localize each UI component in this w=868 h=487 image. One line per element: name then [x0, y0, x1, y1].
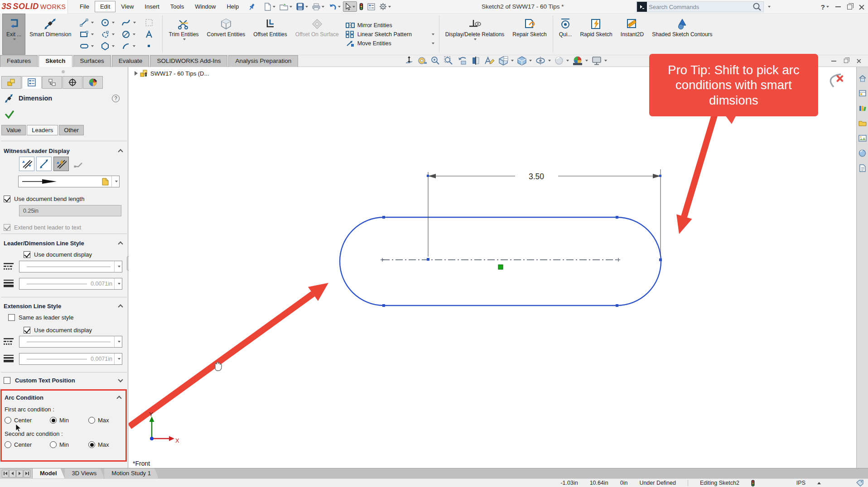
extension-use-document-display-checkbox[interactable] — [24, 327, 30, 334]
graphics-area[interactable]: 3.50 — [129, 67, 856, 468]
convert-entities-button[interactable]: Convert Entities — [203, 14, 250, 55]
spline-tool-caret[interactable] — [133, 22, 136, 24]
zoom-to-selection-button[interactable] — [444, 56, 453, 66]
mirror-entities-button[interactable]: Mirror Entities — [346, 22, 434, 29]
shaded-sketch-contours-button[interactable]: Shaded Sketch Contours — [648, 14, 716, 55]
rebuild-button[interactable] — [357, 1, 365, 12]
exit-sketch-button[interactable]: Exit ... — [2, 14, 25, 55]
view-settings-button[interactable] — [591, 56, 607, 66]
extension-line-style-caret[interactable] — [114, 336, 122, 347]
file-properties-button[interactable] — [366, 2, 377, 12]
leader-use-document-display-row[interactable]: Use document display — [24, 251, 128, 258]
view-settings-caret[interactable] — [604, 60, 607, 62]
rapid-sketch-button[interactable]: Rapid Sketch — [576, 14, 616, 55]
slot-tool[interactable] — [76, 40, 97, 52]
tab-other[interactable]: Other — [59, 125, 84, 135]
design-library-icon[interactable] — [858, 103, 868, 113]
tab-model[interactable]: Model — [33, 468, 65, 478]
ellipse-tool[interactable] — [118, 29, 139, 40]
extend-bent-leader-checkbox[interactable] — [4, 224, 10, 231]
options-gear-button[interactable] — [377, 1, 393, 12]
panel-help-button[interactable]: ? — [112, 95, 120, 102]
origin-point[interactable] — [498, 265, 503, 269]
options-caret[interactable] — [388, 6, 391, 8]
select-tool-button[interactable] — [343, 1, 357, 12]
dimension-text[interactable]: 3.50 — [529, 172, 544, 181]
extension-line-style-combo[interactable] — [19, 336, 122, 348]
panel-ok-button[interactable] — [5, 110, 128, 119]
menu-help[interactable]: Help — [221, 1, 244, 12]
leader-line-style-caret[interactable] — [114, 261, 122, 272]
repair-sketch-button[interactable]: Repair Sketch — [508, 14, 550, 55]
print-caret[interactable] — [322, 6, 324, 8]
leader-line-style-combo[interactable] — [19, 261, 122, 272]
apply-scene-caret[interactable] — [585, 60, 588, 62]
arc-condition-header[interactable]: Arc Condition — [5, 394, 121, 401]
search-icon[interactable] — [752, 2, 762, 11]
file-explorer-icon[interactable] — [858, 118, 868, 128]
previous-tab-button[interactable] — [9, 470, 16, 477]
view-palette-icon[interactable] — [858, 133, 868, 143]
sketch-annotation-button[interactable] — [484, 56, 495, 66]
undo-button[interactable] — [327, 2, 342, 12]
new-document-caret[interactable] — [273, 6, 275, 8]
last-tab-button[interactable] — [24, 470, 30, 477]
ribbon-minimize-icon[interactable] — [831, 61, 836, 62]
view-orientation-button[interactable] — [498, 56, 514, 66]
status-tag-icon[interactable] — [856, 480, 863, 487]
restore-button[interactable] — [847, 5, 852, 10]
tree-expand-icon[interactable] — [135, 71, 138, 76]
use-document-bend-length-checkbox[interactable] — [4, 196, 10, 202]
display-delete-relations-button[interactable]: Display/Delete Relations — [441, 14, 509, 55]
new-document-button[interactable] — [262, 1, 277, 12]
tab-leaders[interactable]: Leaders — [27, 125, 58, 135]
instant2d-button[interactable]: Instant2D — [617, 14, 648, 55]
extension-thickness-combo[interactable]: 0.0071in — [19, 353, 122, 365]
apply-scene-button[interactable] — [572, 56, 588, 66]
next-tab-button[interactable] — [16, 470, 23, 477]
tab-3d-views[interactable]: 3D Views — [65, 468, 105, 478]
line-tool[interactable] — [76, 17, 97, 29]
view-orientation-caret[interactable] — [511, 60, 514, 62]
appearances-icon[interactable] — [858, 148, 868, 158]
leader-thickness-caret[interactable] — [114, 278, 122, 289]
search-input[interactable]: Search Commands — [649, 4, 752, 10]
move-entities-button[interactable]: Move Entities — [346, 40, 434, 47]
rectangle-tool-caret[interactable] — [91, 33, 94, 35]
tab-value[interactable]: Value — [1, 125, 26, 135]
cancel-sketch-icon[interactable] — [835, 74, 844, 82]
arrow-style-combo[interactable] — [18, 176, 120, 187]
line-tool-caret[interactable] — [91, 22, 94, 24]
point-tool[interactable] — [139, 40, 159, 52]
help-caret[interactable] — [826, 6, 829, 8]
extension-line-style-section-header[interactable]: Extension Line Style — [4, 303, 122, 310]
ghost-entity-tool[interactable] — [139, 17, 159, 29]
ribbon-float-icon[interactable] — [844, 59, 848, 63]
units-caret-icon[interactable] — [817, 482, 821, 484]
leader-line-style-section-header[interactable]: Leader/Dimension Line Style — [4, 240, 122, 247]
display-manager-tab[interactable] — [83, 76, 103, 89]
menu-tools[interactable]: Tools — [165, 1, 189, 12]
hide-show-items-button[interactable] — [535, 56, 551, 66]
smart-dimension-button[interactable]: Smart Dimension — [25, 14, 75, 55]
tab-evaluate[interactable]: Evaluate — [112, 55, 149, 67]
first-arc-center-radio[interactable]: Center — [5, 417, 32, 424]
property-manager-tab[interactable] — [22, 76, 42, 89]
edit-appearance-caret[interactable] — [566, 60, 569, 62]
dimxpert-manager-tab[interactable] — [63, 76, 82, 89]
hide-show-caret[interactable] — [548, 60, 551, 62]
tab-analysis-preparation[interactable]: Analysis Preparation — [228, 55, 298, 67]
status-units[interactable]: IPS — [796, 480, 805, 486]
freeform-tool[interactable] — [97, 29, 118, 40]
first-tab-button[interactable] — [2, 470, 9, 477]
use-document-bend-length-row[interactable]: Use document bend length — [4, 196, 128, 202]
save-button[interactable] — [294, 1, 310, 12]
custom-properties-icon[interactable] — [858, 163, 868, 173]
ellipse-tool-caret[interactable] — [133, 33, 135, 35]
minimize-button[interactable] — [835, 6, 841, 7]
polygon-tool-caret[interactable] — [112, 45, 115, 47]
trim-entities-button[interactable]: Trim Entities — [164, 14, 203, 55]
polygon-tool[interactable] — [97, 40, 118, 52]
previous-view-button[interactable] — [457, 56, 468, 66]
zoom-to-fit-button[interactable] — [404, 56, 414, 66]
